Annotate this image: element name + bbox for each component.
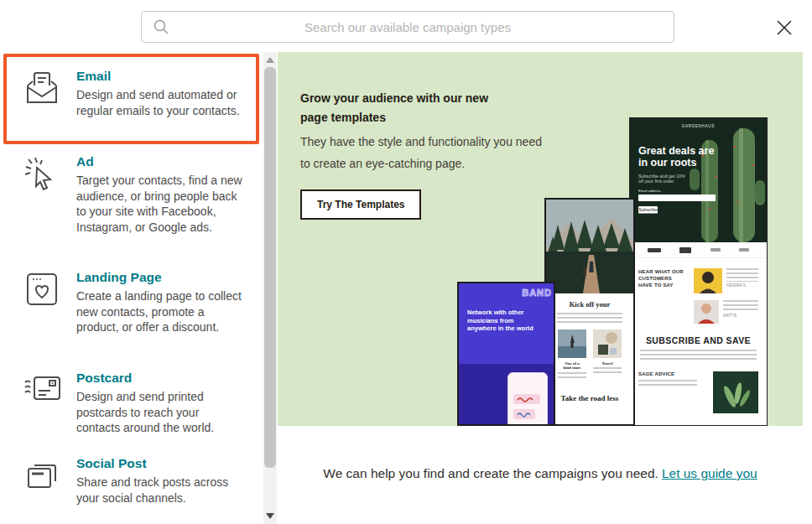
garden-testimonials: HEAR WHAT OUR CUSTOMERS HAVE TO SAY KEND…: [630, 258, 767, 330]
testimonial: MATT B.: [694, 300, 758, 324]
campaign-type-title: Landing Page: [76, 270, 244, 285]
garden-logo: GARDENHAUS: [647, 124, 749, 128]
brand-logo: [739, 248, 749, 252]
sidebar-item-text: Ad Target your contacts, find a new audi…: [76, 154, 244, 235]
campaign-type-title: Email: [76, 69, 244, 84]
sage-text: SAGE ADVICE: [638, 371, 697, 413]
sidebar-item-landing-page[interactable]: Landing Page Create a landing page to co…: [23, 270, 257, 335]
cactus-image: [679, 122, 767, 242]
travel-card-caption: One of a kind tours: [560, 361, 583, 370]
flatlay-photo: [593, 329, 622, 358]
brand-logo: [679, 247, 691, 253]
travel-heading-bottom: Take the road less: [546, 394, 633, 402]
sidebar-item-text: Postcard Design and send printed postcar…: [76, 371, 244, 436]
close-button[interactable]: [775, 16, 799, 39]
garden-hero: GARDENHAUS Great deals are in our roots …: [630, 118, 767, 242]
campaign-type-description: Share and track posts across your social…: [76, 475, 244, 506]
scrollbar-thumb[interactable]: [264, 67, 276, 468]
travel-card: Travel: [593, 329, 622, 381]
scrollbar-up-arrow-icon[interactable]: [266, 57, 274, 63]
close-icon: [775, 18, 794, 37]
chat-bubble: [513, 394, 540, 404]
testimonial: KENDRA S.: [694, 268, 758, 293]
template-preview-travel: Kick off your One of a kind tours Travel…: [544, 198, 635, 426]
footer-help: We can help you find and create the camp…: [278, 466, 803, 481]
promo-heading: Grow your audience with our new page tem…: [300, 89, 518, 127]
placeholder-text-lines: [640, 350, 757, 360]
placeholder-text-lines: [726, 268, 758, 282]
landing-page-heart-icon: [23, 270, 62, 335]
band-top-section: BAND Network with other musicians from a…: [459, 283, 554, 364]
campaign-type-description: Create a landing page to collect new con…: [76, 288, 244, 335]
scribble-icon: [517, 397, 537, 402]
footer-text: We can help you find and create the camp…: [323, 466, 658, 480]
testimonials-heading: HEAR WHAT OUR CUSTOMERS HAVE TO SAY: [638, 268, 687, 330]
sidebar-item-postcard[interactable]: Postcard Design and send printed postcar…: [23, 371, 257, 436]
campaign-type-title: Postcard: [76, 371, 244, 386]
campaign-type-list: Email Design and send automated or regul…: [0, 52, 263, 524]
promo-body: They have the style and functionality yo…: [300, 131, 552, 174]
garden-subscribe-button: Subscribe: [638, 206, 658, 214]
chat-bubble: [513, 409, 535, 419]
sidebar-scrollbar[interactable]: [263, 52, 277, 524]
template-preview-band: BAND Network with other musicians from a…: [457, 282, 555, 426]
travel-card: One of a kind tours: [558, 329, 586, 381]
campaign-type-dialog: Email Design and send automated or regul…: [0, 0, 812, 524]
customer-name: KENDRA S.: [726, 283, 751, 288]
band-tagline: Network with other musicians from anywhe…: [467, 309, 541, 333]
travel-card-caption: Travel: [596, 361, 618, 366]
brand-logo: [648, 248, 661, 252]
ad-cursor-icon: [23, 154, 62, 235]
try-templates-button[interactable]: Try The Templates: [300, 189, 421, 220]
diving-photo: [558, 329, 586, 358]
promo-panel: Grow your audience with our new page tem…: [278, 52, 803, 426]
sage-heading: SAGE ADVICE: [638, 371, 697, 376]
testimonials-column: KENDRA S. MATT B.: [694, 268, 758, 330]
sidebar-item-text: Landing Page Create a landing page to co…: [76, 270, 244, 335]
band-bottom-section: [459, 364, 554, 426]
social-post-icon: [23, 456, 62, 506]
brand-logo: [710, 248, 721, 252]
sidebar-item-text: Social Post Share and track posts across…: [76, 456, 244, 506]
campaign-type-description: Design and send printed postcards to rea…: [76, 389, 244, 436]
garden-email-label: Email address: [638, 189, 661, 192]
placeholder-text-lines: [558, 372, 586, 381]
plant-image: [713, 371, 758, 413]
travel-heading-top: Kick off your: [546, 300, 633, 309]
campaign-type-title: Social Post: [76, 456, 244, 471]
sidebar-item-text: Email Design and send automated or regul…: [76, 69, 244, 118]
garden-email-input: [638, 195, 716, 201]
customer-photo: [694, 268, 722, 293]
sidebar-item-email[interactable]: Email Design and send automated or regul…: [23, 69, 257, 118]
phone-mockup: [508, 372, 548, 426]
testimonial-text: KENDRA S.: [726, 268, 758, 293]
placeholder-text-lines: [593, 367, 622, 376]
garden-brand-logos: [630, 242, 767, 258]
hiking-trail-photo: [546, 200, 633, 293]
garden-sage-section: SAGE ADVICE: [630, 360, 767, 413]
garden-subtext: Subscribe and get 10% off your first ord…: [638, 174, 691, 184]
garden-subscribe-section: SUBSCRIBE AND SAVE: [630, 335, 767, 360]
garden-heading: Great deals are in our roots: [638, 145, 719, 169]
campaign-type-title: Ad: [76, 154, 244, 169]
customer-photo: [694, 300, 719, 324]
email-envelope-icon: [23, 69, 62, 118]
guide-link[interactable]: Let us guide you: [662, 466, 757, 480]
placeholder-text-lines: [557, 313, 622, 323]
scrollbar-down-arrow-icon[interactable]: [266, 513, 274, 519]
campaign-type-description: Design and send automated or regular ema…: [76, 87, 244, 118]
sidebar-item-social-post[interactable]: Social Post Share and track posts across…: [23, 456, 257, 506]
search-input[interactable]: [142, 19, 674, 35]
search-box: [141, 11, 674, 43]
travel-cards: One of a kind tours Travel: [546, 329, 633, 381]
campaign-type-description: Target your contacts, find a new audienc…: [76, 173, 244, 235]
search-icon: [153, 18, 169, 35]
scribble-icon: [517, 412, 532, 418]
template-preview-garden: GARDENHAUS Great deals are in our roots …: [629, 117, 768, 426]
testimonial-text: MATT B.: [723, 300, 758, 324]
placeholder-text-lines: [723, 300, 758, 312]
customer-name: MATT B.: [723, 314, 750, 318]
placeholder-text-lines: [638, 380, 697, 388]
sidebar-item-ad[interactable]: Ad Target your contacts, find a new audi…: [23, 154, 257, 235]
subscribe-heading: SUBSCRIBE AND SAVE: [640, 335, 757, 345]
